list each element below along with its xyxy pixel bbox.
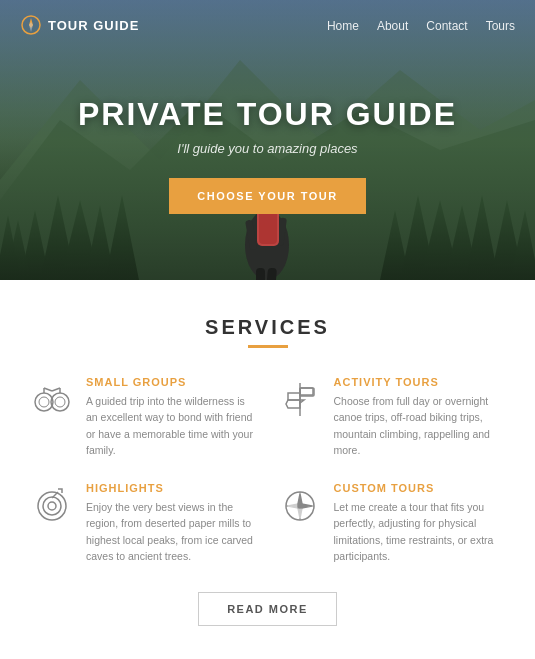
custom-tours-desc: Let me create a tour that fits you perfe… bbox=[334, 499, 506, 564]
services-title: SERVICES bbox=[30, 316, 505, 339]
svg-point-44 bbox=[43, 497, 61, 515]
service-small-groups: SMALL GROUPS A guided trip into the wild… bbox=[30, 376, 258, 458]
compass-icon bbox=[20, 14, 42, 36]
small-groups-text: SMALL GROUPS A guided trip into the wild… bbox=[86, 376, 258, 458]
svg-point-35 bbox=[39, 397, 49, 407]
nav-links: Home About Contact Tours bbox=[327, 16, 515, 34]
svg-marker-42 bbox=[286, 400, 300, 408]
nav-item-about[interactable]: About bbox=[377, 16, 408, 34]
logo-text: TOUR GUIDE bbox=[48, 18, 139, 33]
small-groups-title: SMALL GROUPS bbox=[86, 376, 258, 388]
svg-point-43 bbox=[38, 492, 66, 520]
hero-title: PRIVATE TOUR GUIDE bbox=[78, 96, 457, 133]
activity-tours-title: ACTIVITY TOURS bbox=[334, 376, 506, 388]
service-activity-tours: ACTIVITY TOURS Choose from full day or o… bbox=[278, 376, 506, 458]
services-section: SERVICES SMALL GROUPS A guided trip int bbox=[0, 280, 535, 659]
compass-rose-icon bbox=[278, 482, 322, 526]
read-more-wrapper: READ MORE bbox=[30, 592, 505, 630]
service-custom-tours: CUSTOM TOURS Let me create a tour that f… bbox=[278, 482, 506, 564]
logo: TOUR GUIDE bbox=[20, 14, 139, 36]
target-icon bbox=[30, 482, 74, 526]
svg-marker-51 bbox=[288, 504, 300, 508]
nav-item-home[interactable]: Home bbox=[327, 16, 359, 34]
nav-item-contact[interactable]: Contact bbox=[426, 16, 467, 34]
services-grid: SMALL GROUPS A guided trip into the wild… bbox=[30, 376, 505, 564]
custom-tours-title: CUSTOM TOURS bbox=[334, 482, 506, 494]
custom-tours-text: CUSTOM TOURS Let me create a tour that f… bbox=[334, 482, 506, 564]
cta-button[interactable]: CHOOSE YOUR TOUR bbox=[169, 178, 365, 214]
highlights-desc: Enjoy the very best views in the region,… bbox=[86, 499, 258, 564]
svg-rect-41 bbox=[300, 388, 313, 395]
highlights-title: HIGHLIGHTS bbox=[86, 482, 258, 494]
binoculars-icon bbox=[30, 376, 74, 420]
hero-content: PRIVATE TOUR GUIDE I'll guide you to ama… bbox=[0, 50, 535, 280]
svg-marker-52 bbox=[300, 504, 312, 508]
read-more-button[interactable]: READ MORE bbox=[198, 592, 337, 626]
highlights-text: HIGHLIGHTS Enjoy the very best views in … bbox=[86, 482, 258, 564]
svg-point-45 bbox=[48, 502, 56, 510]
svg-line-33 bbox=[44, 388, 52, 391]
hero-subtitle: I'll guide you to amazing places bbox=[177, 141, 357, 156]
activity-tours-desc: Choose from full day or overnight canoe … bbox=[334, 393, 506, 458]
services-underline bbox=[248, 345, 288, 348]
svg-line-34 bbox=[52, 388, 60, 391]
activity-tours-text: ACTIVITY TOURS Choose from full day or o… bbox=[334, 376, 506, 458]
svg-point-36 bbox=[55, 397, 65, 407]
signpost-icon bbox=[278, 376, 322, 420]
nav-item-tours[interactable]: Tours bbox=[486, 16, 515, 34]
service-highlights: HIGHLIGHTS Enjoy the very best views in … bbox=[30, 482, 258, 564]
small-groups-desc: A guided trip into the wilderness is an … bbox=[86, 393, 258, 458]
navigation: TOUR GUIDE Home About Contact Tours bbox=[0, 0, 535, 50]
hero-section: TOUR GUIDE Home About Contact Tours PRIV… bbox=[0, 0, 535, 280]
